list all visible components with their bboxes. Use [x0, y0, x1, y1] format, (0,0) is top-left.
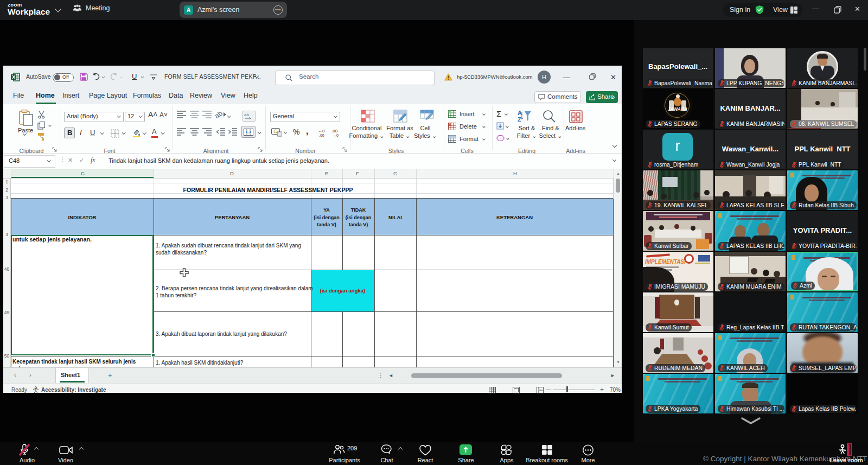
svg-text:A: A [518, 110, 522, 116]
svg-text:Z: Z [518, 116, 521, 123]
svg-text:ab: ab [215, 110, 224, 119]
svg-text:.00: .00 [319, 133, 324, 137]
svg-text:ab: ab [244, 112, 249, 117]
svg-text:→0: →0 [333, 133, 339, 137]
